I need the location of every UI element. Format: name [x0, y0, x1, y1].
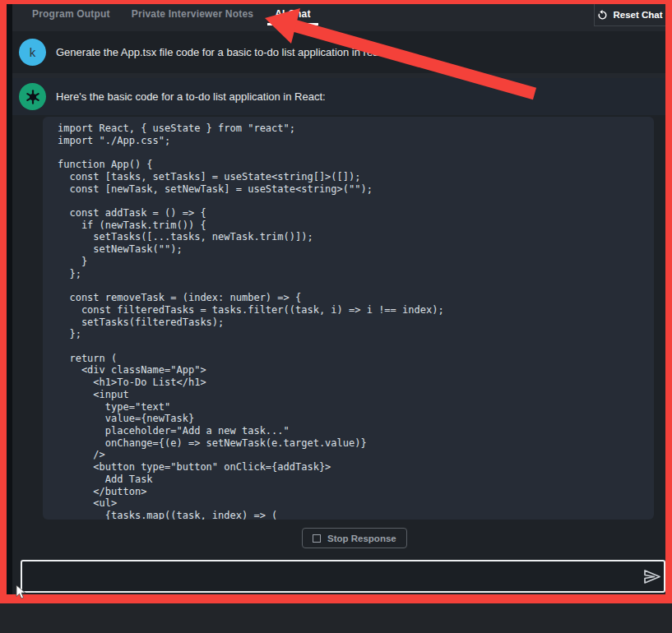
- reset-chat-button[interactable]: Reset Chat: [594, 4, 665, 26]
- panel-left-divider: [7, 4, 12, 594]
- reset-icon: [597, 10, 608, 21]
- tab-private-interviewer-notes[interactable]: Private Interviewer Notes: [124, 4, 261, 25]
- tab-ai-chat[interactable]: AI Chat: [267, 4, 317, 25]
- assistant-message-text: Here's the basic code for a to-do list a…: [56, 90, 326, 103]
- tab-bar: Program Output Private Interviewer Notes…: [12, 4, 665, 25]
- user-avatar: k: [19, 39, 46, 66]
- user-message-row: k Generate the App.tsx file code for a b…: [12, 31, 665, 73]
- openai-logo-icon: [24, 88, 42, 106]
- stop-icon: [313, 534, 321, 543]
- reset-chat-label: Reset Chat: [613, 10, 662, 20]
- send-icon[interactable]: [642, 569, 662, 584]
- assistant-message-row: Here's the basic code for a to-do list a…: [12, 78, 665, 115]
- stop-response-button[interactable]: Stop Response: [302, 528, 407, 548]
- app-window: Program Output Private Interviewer Notes…: [0, 0, 672, 633]
- footer-bar: Untitled Pad - RN6GZZTP Feedback Setting…: [0, 603, 672, 633]
- user-message-text: Generate the App.tsx file code for a bas…: [56, 46, 387, 58]
- chatgpt-avatar: [19, 83, 46, 110]
- stop-response-label: Stop Response: [327, 534, 396, 543]
- tab-program-output[interactable]: Program Output: [25, 4, 118, 25]
- chat-message-input[interactable]: [21, 560, 665, 593]
- code-block: import React, { useState } from "react";…: [43, 117, 654, 520]
- code-block-content: import React, { useState } from "react";…: [43, 117, 654, 520]
